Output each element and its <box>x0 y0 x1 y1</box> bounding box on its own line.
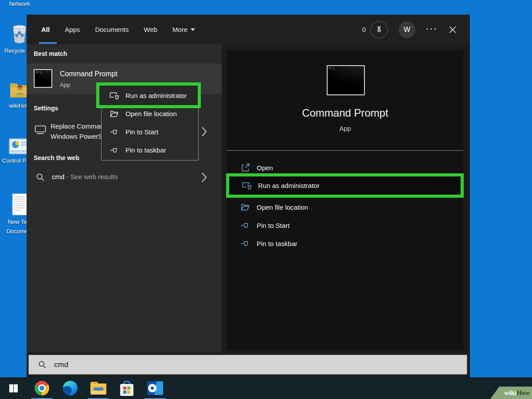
start-button[interactable] <box>5 380 21 396</box>
windows-logo-icon <box>8 383 19 393</box>
preview-card: C:\_ Command Prompt App Open <box>227 50 463 350</box>
search-icon <box>38 360 47 369</box>
search-the-web-header: Search the web <box>34 154 79 161</box>
chevron-right-icon[interactable] <box>200 126 207 137</box>
action-open-file-location[interactable]: Open file location <box>227 198 463 216</box>
taskbar <box>0 377 532 399</box>
taskbar-store[interactable] <box>119 380 135 396</box>
shield-window-icon <box>109 91 119 100</box>
context-menu-label: Run as administrator <box>125 92 187 99</box>
open-icon <box>240 163 250 173</box>
folder-icon <box>240 202 250 212</box>
file-explorer-icon <box>90 382 106 395</box>
pin-icon <box>240 239 250 249</box>
tab-documents[interactable]: Documents <box>95 26 129 33</box>
active-tab-indicator <box>39 42 57 44</box>
chevron-down-icon <box>191 28 195 31</box>
web-search-result[interactable]: cmd - See web results <box>27 170 222 186</box>
rewards-control[interactable]: 0 <box>362 21 388 39</box>
context-menu-item-run-as-administrator[interactable]: Run as administrator <box>99 86 207 105</box>
monitor-icon <box>35 125 46 135</box>
rewards-count: 0 <box>362 26 366 33</box>
recycle-bin-icon <box>11 23 28 44</box>
rewards-medal-ring <box>370 21 388 39</box>
microsoft-store-icon <box>120 381 133 396</box>
close-button[interactable] <box>449 26 457 34</box>
action-pin-to-start[interactable]: Pin to Start <box>227 216 463 234</box>
desktop-icon-network[interactable]: Network <box>0 0 39 8</box>
pin-icon <box>240 220 250 231</box>
context-menu-item-pin-to-taskbar[interactable]: Pin to taskbar <box>102 141 198 159</box>
annotation-box-run-as-administrator-action: Run as administrator <box>226 173 464 198</box>
action-label: Pin to taskbar <box>257 240 297 247</box>
tab-apps[interactable]: Apps <box>65 26 80 33</box>
user-avatar[interactable]: W <box>399 21 415 38</box>
web-result-text: cmd - See web results <box>52 173 117 180</box>
search-input-value: cmd <box>54 360 68 369</box>
search-filter-tabs: All Apps Documents Web More <box>41 15 195 44</box>
best-match-subtitle: App <box>60 82 70 88</box>
command-prompt-icon: C:\_ <box>34 69 52 88</box>
desktop: Network Recycle Bin wikiHow <box>0 0 532 399</box>
action-label: Open file location <box>257 203 308 211</box>
web-query: cmd <box>52 173 64 180</box>
medal-icon <box>375 25 383 34</box>
search-input[interactable]: cmd <box>28 355 467 375</box>
web-query-suffix: - See web results <box>64 173 117 180</box>
preview-app-title: Command Prompt <box>227 107 463 119</box>
more-options-button[interactable]: ··· <box>426 25 438 34</box>
action-label: Run as administrator <box>258 182 319 189</box>
taskbar-file-explorer[interactable] <box>90 380 106 396</box>
search-icon <box>35 172 45 182</box>
tab-more-label: More <box>172 26 188 33</box>
prompt-text: C:\_ <box>36 70 43 74</box>
chrome-icon <box>35 381 49 395</box>
preview-divider <box>227 150 463 151</box>
context-menu-label: Pin to Start <box>125 128 158 136</box>
watermark-wiki: wiki <box>504 389 516 397</box>
taskbar-chrome[interactable] <box>34 380 50 396</box>
action-label: Pin to Start <box>257 222 289 229</box>
pin-icon <box>110 145 119 155</box>
outlook-icon <box>147 381 163 395</box>
annotation-box-run-as-administrator-menu: Run as administrator <box>96 82 201 108</box>
desktop-icon-label: Network <box>9 0 30 8</box>
search-header: All Apps Documents Web More 0 <box>27 15 470 44</box>
settings-header: Settings <box>34 105 58 112</box>
action-run-as-administrator[interactable]: Run as administrator <box>229 176 473 195</box>
taskbar-outlook[interactable] <box>147 380 163 396</box>
action-pin-to-taskbar[interactable]: Pin to taskbar <box>227 235 463 252</box>
chevron-right-icon[interactable] <box>200 172 207 183</box>
tab-web[interactable]: Web <box>144 26 157 33</box>
watermark-how: How <box>516 389 530 397</box>
taskbar-edge[interactable] <box>62 380 78 396</box>
icon-gloss <box>328 66 364 94</box>
context-menu-label: Open file location <box>125 110 177 117</box>
close-icon <box>449 26 457 34</box>
folder-icon <box>110 109 119 119</box>
context-menu-item-pin-to-start[interactable]: Pin to Start <box>102 123 198 141</box>
best-match-title: Command Prompt <box>60 70 117 78</box>
preview-app-subtitle: App <box>227 125 463 132</box>
text-document-icon <box>12 193 27 215</box>
tab-more[interactable]: More <box>172 26 195 33</box>
action-label: Open <box>257 164 273 172</box>
command-prompt-icon-large: C:\_ <box>327 65 365 95</box>
shield-window-icon <box>242 181 252 190</box>
context-menu-label: Pin to taskbar <box>125 146 166 154</box>
best-match-header: Best match <box>34 50 67 57</box>
prompt-text: C:\_ <box>329 66 336 70</box>
tab-all[interactable]: All <box>41 26 50 33</box>
pin-icon <box>110 127 119 137</box>
search-header-controls: 0 W ··· <box>362 15 470 44</box>
edge-icon <box>63 381 78 395</box>
search-bar-frame: cmd <box>27 352 470 377</box>
